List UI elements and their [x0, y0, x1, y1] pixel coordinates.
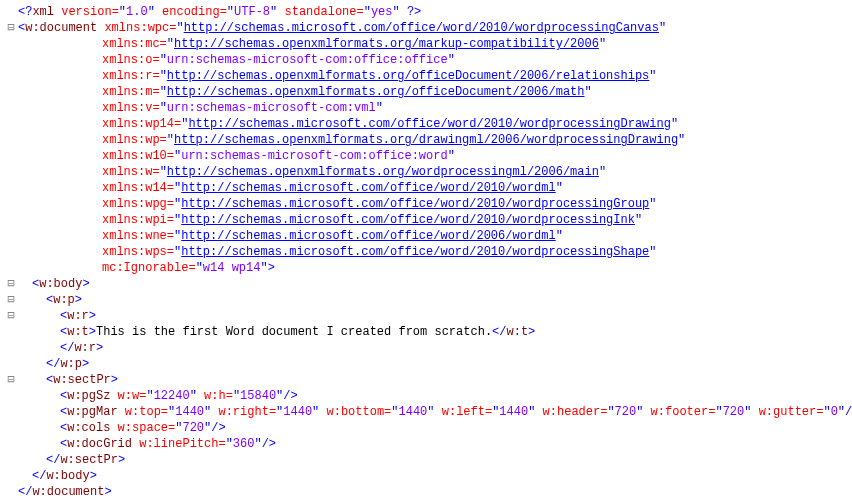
xml-attr: xmlns:wpi — [102, 213, 167, 227]
code-content: </w:sectPr> — [18, 452, 125, 468]
xml-close: > — [104, 485, 111, 499]
xml-attr-value: 720 — [182, 421, 204, 435]
xml-quote: " — [167, 133, 174, 147]
code-content: xmlns:wps="http://schemas.microsoft.com/… — [18, 244, 657, 260]
xml-attr: w:footer — [643, 405, 708, 419]
xml-attr: encoding — [155, 5, 220, 19]
xml-eq: = — [152, 69, 159, 83]
xml-close: > — [96, 341, 103, 355]
xml-quote: " — [160, 101, 167, 115]
xml-open: </ — [18, 485, 32, 499]
xml-url-value[interactable]: http://schemas.openxmlformats.org/office… — [167, 85, 585, 99]
code-content: <?xml version="1.0" encoding="UTF-8" sta… — [18, 4, 421, 20]
xml-url-value[interactable]: http://schemas.microsoft.com/office/word… — [181, 197, 649, 211]
xml-eq: = — [167, 197, 174, 211]
code-line: </w:p> — [4, 356, 848, 372]
fold-toggle-icon[interactable]: ⊟ — [4, 276, 18, 292]
xml-attr: xmlns:w10 — [102, 149, 167, 163]
xml-eq: = — [152, 165, 159, 179]
xml-attr-value: urn:schemas-microsoft-com:office:word — [181, 149, 447, 163]
xml-url-value[interactable]: http://schemas.openxmlformats.org/office… — [167, 69, 649, 83]
xml-url-value[interactable]: http://schemas.openxmlformats.org/markup… — [174, 37, 599, 51]
xml-attr: xmlns:o — [102, 53, 152, 67]
xml-url-value[interactable]: http://schemas.microsoft.com/office/word… — [184, 21, 659, 35]
code-line: xmlns:wpg="http://schemas.microsoft.com/… — [4, 196, 848, 212]
xml-close: > — [75, 293, 82, 307]
xml-eq: = — [152, 53, 159, 67]
xml-source: <?xml version="1.0" encoding="UTF-8" sta… — [4, 4, 848, 500]
xml-pi-open: <? — [18, 5, 32, 19]
document-text: This is the first Word document I create… — [96, 325, 492, 339]
xml-quote: " — [391, 405, 398, 419]
xml-attr-value: 1.0 — [126, 5, 148, 19]
xml-url-value[interactable]: http://schemas.openxmlformats.org/wordpr… — [167, 165, 599, 179]
xml-eq: = — [218, 437, 225, 451]
code-line: xmlns:w="http://schemas.openxmlformats.o… — [4, 164, 848, 180]
code-content: <w:sectPr> — [18, 372, 118, 388]
xml-attr-value: 15840 — [240, 389, 276, 403]
xml-url-value[interactable]: http://schemas.microsoft.com/office/word… — [181, 245, 649, 259]
code-content: xmlns:o="urn:schemas-microsoft-com:offic… — [18, 52, 455, 68]
xml-tag: w:p — [53, 293, 75, 307]
code-content: <w:docGrid w:linePitch="360"/> — [18, 436, 276, 452]
xml-quote: " — [148, 5, 155, 19]
xml-tag: w:document — [32, 485, 104, 499]
xml-attr: xmlns:wne — [102, 229, 167, 243]
code-content: xmlns:m="http://schemas.openxmlformats.o… — [18, 84, 592, 100]
fold-toggle-icon[interactable]: ⊟ — [4, 308, 18, 324]
code-line: xmlns:wne="http://schemas.microsoft.com/… — [4, 228, 848, 244]
code-line: <w:docGrid w:linePitch="360"/> — [4, 436, 848, 452]
xml-attr-value: 12240 — [154, 389, 190, 403]
fold-toggle-icon[interactable]: ⊟ — [4, 20, 18, 36]
xml-quote: " — [393, 5, 400, 19]
code-line: xmlns:wp14="http://schemas.microsoft.com… — [4, 116, 848, 132]
xml-attr: w:header — [535, 405, 600, 419]
code-line: ⊟<w:sectPr> — [4, 372, 848, 388]
xml-attr: w:h — [197, 389, 226, 403]
xml-close: > — [82, 277, 89, 291]
code-line: mc:Ignorable="w14 wp14"> — [4, 260, 848, 276]
xml-quote: " — [146, 389, 153, 403]
code-line: <w:cols w:space="720"/> — [4, 420, 848, 436]
code-line: ⊟<w:r> — [4, 308, 848, 324]
code-content: </w:p> — [18, 356, 89, 372]
xml-attr: xmlns:wpc — [97, 21, 169, 35]
code-content: xmlns:wpi="http://schemas.microsoft.com/… — [18, 212, 642, 228]
xml-open: </ — [492, 325, 506, 339]
xml-quote: " — [427, 405, 434, 419]
code-line: </w:body> — [4, 468, 848, 484]
xml-close: > — [82, 357, 89, 371]
xml-attr-value: 1440 — [399, 405, 428, 419]
xml-url-value[interactable]: http://schemas.microsoft.com/office/word… — [181, 229, 555, 243]
code-content: xmlns:mc="http://schemas.openxmlformats.… — [18, 36, 606, 52]
code-line: <?xml version="1.0" encoding="UTF-8" sta… — [4, 4, 848, 20]
xml-quote: " — [167, 37, 174, 51]
xml-url-value[interactable]: http://schemas.openxmlformats.org/drawin… — [174, 133, 678, 147]
code-line: xmlns:r="http://schemas.openxmlformats.o… — [4, 68, 848, 84]
xml-quote: " — [649, 197, 656, 211]
code-line: xmlns:wpi="http://schemas.microsoft.com/… — [4, 212, 848, 228]
xml-attr-value: 0 — [831, 405, 838, 419]
code-line: xmlns:o="urn:schemas-microsoft-com:offic… — [4, 52, 848, 68]
xml-attr: w:top — [118, 405, 161, 419]
xml-eq: = — [269, 405, 276, 419]
fold-toggle-icon[interactable]: ⊟ — [4, 372, 18, 388]
xml-close: > — [89, 325, 96, 339]
xml-url-value[interactable]: http://schemas.microsoft.com/office/word… — [188, 117, 670, 131]
code-content: xmlns:w14="http://schemas.microsoft.com/… — [18, 180, 563, 196]
code-line: ⊟<w:document xmlns:wpc="http://schemas.m… — [4, 20, 848, 36]
fold-toggle-icon[interactable]: ⊟ — [4, 292, 18, 308]
xml-attr: standalone — [277, 5, 356, 19]
xml-tag: w:body — [39, 277, 82, 291]
xml-url-value[interactable]: http://schemas.microsoft.com/office/word… — [181, 213, 635, 227]
code-content: xmlns:w10="urn:schemas-microsoft-com:off… — [18, 148, 455, 164]
code-content: </w:r> — [18, 340, 103, 356]
xml-eq: = — [167, 213, 174, 227]
xml-attr-value: w14 wp14 — [203, 261, 261, 275]
code-content: xmlns:v="urn:schemas-microsoft-com:vml" — [18, 100, 383, 116]
xml-attr: xmlns:v — [102, 101, 152, 115]
xml-url-value[interactable]: http://schemas.microsoft.com/office/word… — [181, 181, 555, 195]
xml-root: w:document — [25, 21, 97, 35]
xml-attr: w:right — [211, 405, 269, 419]
xml-eq: = — [220, 5, 227, 19]
